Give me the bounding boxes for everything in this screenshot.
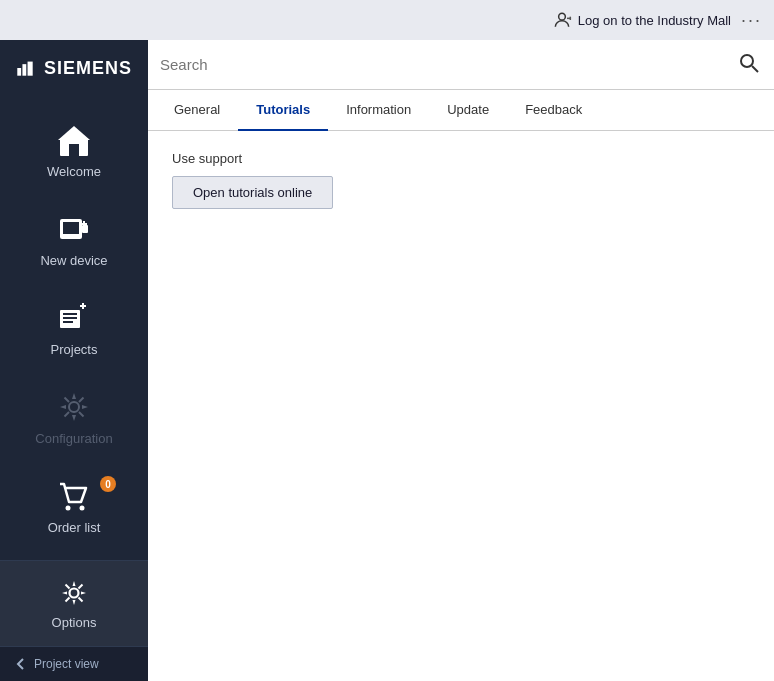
svg-point-22 [66, 506, 71, 511]
top-bar: Log on to the Industry Mall ··· [0, 0, 774, 40]
sidebar-item-new-device-label: New device [40, 253, 107, 268]
tab-tutorials[interactable]: Tutorials [238, 90, 328, 131]
tabs-bar: General Tutorials Information Update Fee… [148, 90, 774, 131]
svg-point-23 [80, 506, 85, 511]
search-button[interactable] [736, 50, 762, 79]
sidebar-item-new-device[interactable]: New device [0, 195, 148, 284]
tab-update[interactable]: Update [429, 90, 507, 131]
configuration-icon [56, 389, 92, 425]
login-label: Log on to the Industry Mall [578, 13, 731, 28]
sidebar-item-welcome[interactable]: Welcome [0, 106, 148, 195]
svg-point-25 [741, 55, 753, 67]
sidebar-item-projects[interactable]: Projects [0, 284, 148, 373]
svg-rect-3 [17, 68, 21, 76]
sidebar-item-configuration-label: Configuration [35, 431, 112, 446]
options-gear-icon [58, 577, 90, 609]
panel-tutorials: Use support Open tutorials online [148, 131, 774, 681]
tab-feedback[interactable]: Feedback [507, 90, 600, 131]
svg-rect-11 [63, 222, 79, 234]
siemens-logo-text: SIEMENS [44, 58, 132, 79]
svg-point-24 [70, 589, 79, 598]
sidebar: SIEMENS Welcome [0, 40, 148, 681]
svg-point-0 [558, 13, 565, 20]
sidebar-item-order-list[interactable]: 0 Order list [0, 462, 148, 551]
order-list-icon [56, 478, 92, 514]
use-support-label: Use support [172, 151, 750, 166]
sidebar-item-options-label: Options [52, 615, 97, 630]
svg-rect-4 [22, 64, 26, 76]
svg-marker-8 [58, 126, 90, 140]
search-bar [148, 40, 774, 90]
sidebar-item-projects-label: Projects [51, 342, 98, 357]
sidebar-project-view[interactable]: Project view [0, 646, 148, 681]
svg-rect-9 [69, 144, 79, 156]
search-input[interactable] [160, 56, 736, 73]
svg-line-26 [752, 66, 758, 72]
user-icon [552, 10, 572, 30]
tab-general[interactable]: General [156, 90, 238, 131]
sidebar-item-order-list-label: Order list [48, 520, 101, 535]
new-device-icon [56, 211, 92, 247]
svg-point-21 [69, 402, 79, 412]
sidebar-item-welcome-label: Welcome [47, 164, 101, 179]
svg-rect-6 [17, 65, 20, 67]
siemens-logo-icon [16, 54, 34, 82]
tab-information[interactable]: Information [328, 90, 429, 131]
content-area: General Tutorials Information Update Fee… [148, 40, 774, 681]
sidebar-project-view-label: Project view [34, 657, 99, 671]
search-icon [738, 52, 760, 74]
main-layout: SIEMENS Welcome [0, 40, 774, 681]
svg-rect-18 [63, 321, 73, 323]
more-options-button[interactable]: ··· [741, 10, 762, 31]
welcome-icon [56, 122, 92, 158]
login-button[interactable]: Log on to the Industry Mall [552, 10, 731, 30]
svg-rect-5 [28, 62, 33, 76]
chevron-left-icon [14, 657, 28, 671]
sidebar-item-options[interactable]: Options [0, 561, 148, 646]
svg-rect-17 [63, 317, 77, 319]
order-list-badge: 0 [100, 476, 116, 492]
sidebar-logo: SIEMENS [0, 40, 148, 96]
sidebar-bottom: Options Project view [0, 560, 148, 681]
sidebar-nav: Welcome New device [0, 96, 148, 560]
sidebar-item-configuration: Configuration [0, 373, 148, 462]
svg-rect-16 [63, 313, 77, 315]
open-tutorials-button[interactable]: Open tutorials online [172, 176, 333, 209]
projects-icon [56, 300, 92, 336]
